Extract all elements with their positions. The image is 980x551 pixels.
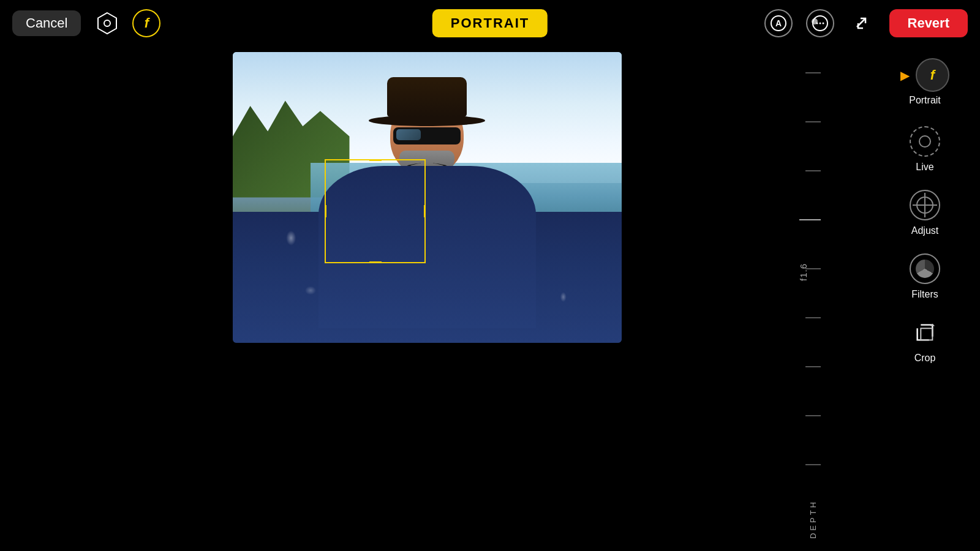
portrait-f-letter: f [930,67,935,83]
crop-icon [910,317,940,348]
portrait-tool-label: Portrait [909,95,941,106]
depth-slider-track[interactable] [796,18,821,465]
adjust-label: Adjust [911,225,938,236]
filters-icon [910,253,940,284]
f-icon-letter: f [145,15,149,31]
filters-tool[interactable]: Filters [908,252,942,300]
play-icon: ▶ [900,68,910,83]
svg-rect-9 [921,328,932,340]
live-icon-container [908,124,942,158]
crop-label: Crop [914,353,936,364]
portrait-badge[interactable]: PORTRAIT [432,9,548,37]
glasses-reflection [396,129,421,140]
fullscreen-icon[interactable] [848,9,876,37]
filters-label: Filters [911,289,938,300]
slider-tick-6 [805,317,821,318]
slider-tick-7 [805,366,821,367]
live-icon-inner [919,135,931,148]
cancel-button[interactable]: Cancel [12,10,81,36]
portrait-tool[interactable]: ▶ f Portrait [870,58,980,106]
top-icons-left: f [93,9,160,37]
adjust-icon [910,190,940,220]
slider-tick-2 [805,121,821,122]
f-circle-icon[interactable]: f [132,9,160,37]
portrait-row: ▶ f [900,58,949,92]
slider-tick-1 [805,72,821,73]
svg-marker-0 [98,13,116,34]
photo-background [233,52,622,343]
svg-point-1 [104,20,110,26]
top-icons-right: A Revert [764,9,968,37]
filters-icon-container [908,252,942,285]
revert-button[interactable]: Revert [889,9,968,37]
hat-crown [387,77,467,117]
slider-tick-8 [805,415,821,416]
crop-tool[interactable]: Crop [908,315,942,364]
person-hat [381,77,473,126]
f-number-display: f1.6 [798,263,809,281]
live-label: Live [916,162,933,173]
slider-tick-9 [805,464,821,465]
adjust-tool[interactable]: Adjust [908,188,942,236]
svg-point-7 [822,22,824,24]
slider-tick-3 [805,170,821,171]
auto-icon[interactable]: A [764,9,793,37]
slider-tick-4-active [799,219,821,220]
person-body [318,166,537,328]
svg-point-5 [816,22,818,24]
portrait-icon-circle[interactable]: f [916,58,949,92]
live-tool[interactable]: Live [908,124,942,173]
right-sidebar: ▶ f Portrait Live Adjust Fil [870,52,980,551]
photo-container [233,52,622,343]
top-bar: Cancel f PORTRAIT A [0,0,980,46]
depth-label: DEPTH [809,500,818,539]
crop-icon-container [908,315,942,349]
adjust-icon-inner [916,197,933,214]
live-icon [910,126,940,157]
filters-icon-inner [916,260,934,278]
hexagon-icon[interactable] [93,9,121,37]
person-glasses [393,127,461,144]
photo-person [318,96,537,328]
svg-text:A: A [775,18,781,28]
adjust-icon-container [908,188,942,222]
more-options-icon[interactable] [806,9,834,37]
svg-point-6 [819,22,821,24]
